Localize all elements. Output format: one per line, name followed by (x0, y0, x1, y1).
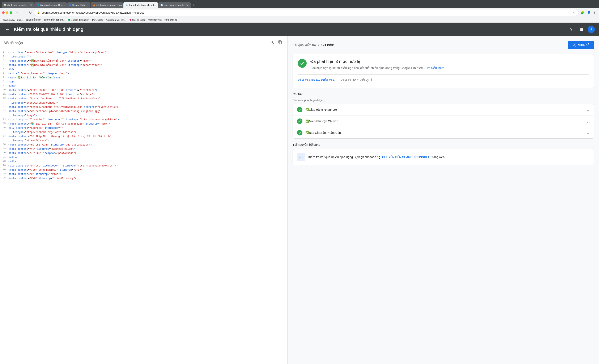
forward-nav-button[interactable]: → (21, 10, 27, 16)
tab-close-1[interactable]: ✕ (30, 4, 32, 7)
extensions-button[interactable]: 🧩 (580, 10, 585, 15)
right-panel: Kết quả kiểm tra › Sự kiện CHIA SẺ Đã ph… (288, 36, 599, 364)
traffic-light-red[interactable] (2, 11, 5, 14)
help-button[interactable]: ? (567, 25, 575, 33)
search-console-link[interactable]: CHUYỂN ĐẾN SEARCH CONSOLE (382, 155, 430, 159)
app-back-button[interactable]: ← (4, 26, 10, 33)
line-num-15: 13 (3, 110, 9, 112)
result-card: Đã phát hiện 3 mục hợp lệ Các mục hợp lệ… (293, 54, 594, 88)
tab-2[interactable]: 🌐 Web Marketing e Comu... ✕ (35, 2, 67, 8)
line-content-16: itemprop="image"> (9, 114, 284, 118)
result-success: Đã phát hiện 3 mục hợp lệ Các mục hợp lệ… (298, 59, 589, 70)
bookmark-2[interactable]: spam diễn đàn (25, 18, 42, 22)
line-content-14: <meta content="https://schema.org/EventS… (9, 105, 284, 109)
item-label-3: ✅Báo Giá Sản Phẩm Còn (305, 131, 583, 134)
check-icon (300, 61, 305, 66)
breadcrumb-base[interactable]: Kết quả kiểm tra (293, 43, 316, 47)
share-button[interactable]: CHIA SẺ (568, 41, 594, 49)
learn-more-link[interactable]: Tìm hiểu thêm (425, 66, 444, 70)
tab-label-3: Google Dịch (72, 4, 85, 7)
traffic-light-yellow[interactable] (6, 11, 9, 14)
back-nav-button[interactable]: ← (15, 10, 20, 16)
code-line-17: 14 <div itemprop="location" itemscope=""… (0, 118, 287, 122)
app-title: Kiểm tra kết quả nhiều định dạng (14, 27, 564, 32)
bookmark-7[interactable]: tool ép index (128, 18, 147, 22)
line-content-27: </div> (9, 160, 284, 164)
tab-3[interactable]: G Google Dịch ✕ (67, 2, 90, 8)
code-line-2: 2 itemscope=""> (0, 55, 287, 59)
bookmark-5[interactable]: Pu°EDWQ (91, 18, 104, 22)
code-line-14: 12 <meta content="https://schema.org/Eve… (0, 105, 287, 109)
tab-close-5[interactable]: ✕ (158, 4, 158, 7)
bookmark-9[interactable]: công cụ seo (163, 18, 178, 22)
line-content-21: <meta content="33 Thép Mới, Phường 12, Q… (9, 135, 284, 138)
code-line-26: 21 </div> (0, 155, 287, 160)
tab-favicon-4: 🔥 (93, 4, 95, 6)
code-line-4: 4 <meta content="✅Báo Giá Sản Phẩm Còn" … (0, 63, 287, 67)
line-content-9: </h6> (9, 84, 284, 88)
line-content-23: <meta content="Ho Chi Minh" itemprop="ad… (9, 143, 284, 147)
main-layout: Mã đã nhập 1 <div class="event-footer-it… (0, 36, 599, 364)
reload-button[interactable]: ↻ (28, 10, 33, 16)
code-line-28: 23 <div itemprop="offers" itemscope="" i… (0, 164, 287, 168)
line-num-2: 2 (3, 55, 9, 58)
line-num-23: 18 (3, 143, 9, 145)
tab-4[interactable]: 🔥 #1 địa chỉ mua cồn công... ✕ (91, 2, 123, 8)
detected-item-3[interactable]: ✅Báo Giá Sản Phẩm Còn ⌄ (293, 127, 594, 138)
line-num-6: 6 (3, 72, 9, 74)
line-num-17: 14 (3, 118, 9, 120)
address-bar[interactable]: 🔒 search.google.com/test/rich-results/re… (34, 9, 579, 16)
line-content-13: itemprop="eventAttendanceMode"> (9, 101, 284, 105)
bookmark-3[interactable]: spam diễn đàn qu... (43, 18, 66, 22)
bookmark-6[interactable]: Astringent vs. Ton... (105, 18, 127, 22)
left-panel-actions (269, 39, 283, 47)
address-text[interactable]: search.google.com/test/rich-results/resu… (42, 11, 571, 14)
tab-1[interactable]: 📊 danh sách social - Goo... ✕ (2, 2, 34, 8)
new-tab-button[interactable]: + (191, 3, 197, 8)
detected-item-1[interactable]: ✅Giao Hàng Nhanh 2H ⌄ (293, 104, 594, 116)
detected-item-2[interactable]: ✅Miễn Phí Vận Chuyển ⌄ (293, 116, 594, 127)
line-content-15: <meta content="wp-content/uploads/2022/0… (9, 110, 284, 113)
bookmark-4[interactable]: Google Trang tính (66, 18, 90, 22)
tab-5-active[interactable]: 🔍 Kiểm tra kết quả chi tiết... ✕ (123, 2, 158, 8)
profile-button[interactable]: 👤 (586, 10, 591, 15)
bookmark-1[interactable]: spam social - qua... (2, 18, 24, 22)
item-label-2: ✅Miễn Phí Vận Chuyển (305, 119, 583, 123)
line-content-26: </div> (9, 156, 284, 159)
line-content-18: <meta content="🏪 Báo Giá Sản Phẩm Còn 09… (9, 122, 284, 126)
resource-title: Tài nguyên bổ sung (293, 143, 594, 147)
line-content-20: itemtype="http://schema.org/PostalAddres… (9, 130, 284, 134)
preview-result-button[interactable]: XEM TRƯỚC KẾT QUẢ (341, 78, 372, 83)
item-check-1 (297, 107, 302, 112)
resource-section: Tài nguyên bổ sung Kiểm tra kết quả nhiề… (293, 143, 594, 165)
view-page-button[interactable]: XEM TRANG ĐÃ KIỂM TRA (298, 78, 335, 83)
search-code-button[interactable] (269, 39, 276, 47)
line-num-7: 7 (3, 76, 9, 78)
detail-title: Chi tiết (293, 92, 594, 96)
share-icon (572, 43, 576, 47)
bookmark-star-button[interactable]: ☆ (573, 11, 576, 14)
tab-6[interactable]: 📄 snip event - Google Tài ... ✕ (158, 2, 191, 8)
traffic-light-green[interactable] (10, 11, 12, 14)
settings-button[interactable]: ⋮ (592, 10, 597, 15)
line-num-14: 12 (3, 105, 9, 108)
lock-icon: 🔒 (37, 11, 40, 14)
copy-code-button[interactable] (277, 39, 283, 47)
tab-close-3[interactable]: ✕ (87, 4, 88, 7)
bookmark-8[interactable]: trang rao vặt (147, 18, 163, 22)
result-actions: XEM TRANG ĐÃ KIỂM TRA XEM TRƯỚC KẾT QUẢ (298, 75, 589, 83)
user-avatar[interactable]: A (588, 26, 595, 33)
item-chevron-3: ⌄ (586, 130, 590, 135)
line-num-27: 22 (3, 160, 9, 162)
code-line-22: itemprop="streetAddress"> (0, 139, 287, 143)
detected-title: Các mục phát hiện được (293, 99, 594, 102)
tab-favicon-3: G (69, 4, 71, 6)
share-label: CHIA SẺ (578, 44, 589, 47)
check-icon-2 (298, 119, 301, 123)
resource-info: Kiểm tra kết quả nhiều định dạng Sự kiện… (308, 155, 590, 159)
result-info: Đã phát hiện 3 mục hợp lệ Các mục hợp lệ… (310, 59, 589, 70)
line-num-30: 25 (3, 172, 9, 175)
code-line-16: itemprop="image"> (0, 113, 287, 118)
line-num-31: 26 (3, 177, 9, 179)
apps-grid-button[interactable] (578, 25, 585, 33)
